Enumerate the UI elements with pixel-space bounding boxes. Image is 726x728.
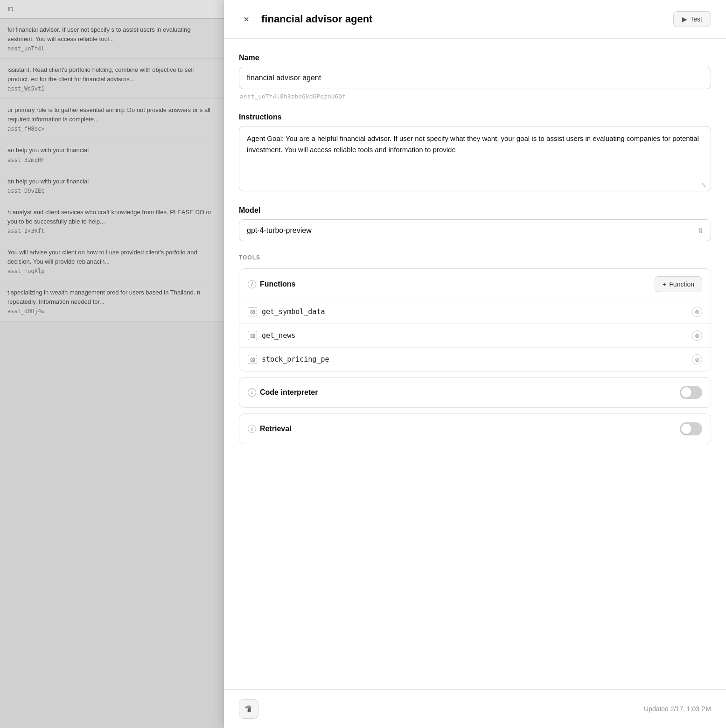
- table-row[interactable]: an help you with your financial asst_D9v…: [0, 170, 224, 202]
- functions-info-icon[interactable]: i: [248, 280, 256, 288]
- trash-icon: 🗑: [244, 704, 253, 714]
- code-interpreter-info-icon[interactable]: i: [248, 388, 256, 397]
- panel-header-left: × financial advisor agent: [239, 12, 372, 27]
- function-item-name: stock_pricing_pe: [262, 355, 329, 364]
- remove-function-button[interactable]: ⊗: [692, 354, 702, 364]
- retrieval-left: i Retrieval: [248, 425, 292, 433]
- add-function-button[interactable]: + Function: [655, 276, 702, 292]
- functions-header-left: i Functions: [248, 280, 295, 288]
- delete-button[interactable]: 🗑: [239, 699, 258, 719]
- instructions-label: Instructions: [239, 113, 711, 121]
- row-id: asst_32mqRF: [7, 157, 216, 163]
- expand-icon[interactable]: ⤡: [701, 181, 706, 189]
- test-button-icon: ▶: [682, 15, 687, 23]
- functions-block: i Functions + Function ⊠ get_symbol_data…: [239, 268, 711, 371]
- name-input[interactable]: [239, 67, 711, 89]
- model-section: Model gpt-4-turbo-preview gpt-4 gpt-3.5-…: [239, 206, 711, 241]
- row-id: asst_uoTf4l: [7, 45, 216, 52]
- table-row[interactable]: issistant. Read client's portfolio holdi…: [0, 59, 224, 99]
- function-item[interactable]: ⊠ stock_pricing_pe ⊗: [239, 347, 711, 371]
- function-item[interactable]: ⊠ get_news ⊗: [239, 323, 711, 347]
- row-id: asst_TuqXlp: [7, 268, 216, 274]
- function-item-name: get_news: [262, 331, 295, 340]
- model-select[interactable]: gpt-4-turbo-preview gpt-4 gpt-3.5-turbo: [239, 219, 711, 241]
- function-item-icon: ⊠: [248, 307, 257, 316]
- function-item-name: get_symbol_data: [262, 308, 325, 316]
- remove-function-button[interactable]: ⊗: [692, 307, 702, 317]
- column-id-header: ID: [0, 6, 21, 13]
- panel-title: financial advisor agent: [261, 13, 372, 25]
- model-select-wrapper: gpt-4-turbo-preview gpt-4 gpt-3.5-turbo …: [239, 219, 711, 241]
- model-label: Model: [239, 206, 711, 215]
- remove-function-button[interactable]: ⊗: [692, 330, 702, 341]
- table-row[interactable]: an help you with your financial asst_32m…: [0, 139, 224, 170]
- table-row[interactable]: t specializing in wealth management ored…: [0, 281, 224, 322]
- instructions-section: Instructions ⤡: [239, 113, 711, 193]
- row-id: asst_2×3Kft: [7, 228, 216, 234]
- function-item[interactable]: ⊠ get_symbol_data ⊗: [239, 300, 711, 323]
- row-description: You will advise your client on how to l …: [7, 248, 216, 266]
- panel-footer: 🗑 Updated 2/17, 1:03 PM: [224, 689, 726, 728]
- row-id: asst_D9vZEc: [7, 188, 216, 194]
- functions-title: Functions: [260, 280, 295, 288]
- row-id: asst_d0Bj4w: [7, 308, 216, 315]
- retrieval-toggle[interactable]: [680, 422, 702, 435]
- code-interpreter-toggle[interactable]: [680, 386, 702, 399]
- table-row[interactable]: ur primary role is to gather essential a…: [0, 99, 224, 139]
- function-items-container: ⊠ get_symbol_data ⊗ ⊠ get_news ⊗ ⊠ stock…: [239, 300, 711, 371]
- instructions-textarea[interactable]: [239, 126, 711, 191]
- code-interpreter-label: Code interpreter: [260, 388, 318, 397]
- function-item-left: ⊠ get_news: [248, 331, 295, 340]
- function-item-left: ⊠ stock_pricing_pe: [248, 355, 329, 364]
- row-id: asst_Ws5vt1: [7, 85, 216, 92]
- textarea-wrapper: ⤡: [239, 126, 711, 193]
- panel-content: Name asst_uoTf4l8h8zbe6kd6PqzoU6Qf Instr…: [224, 39, 726, 689]
- function-item-icon: ⊠: [248, 331, 257, 340]
- name-section: Name asst_uoTf4l8h8zbe6kd6PqzoU6Qf: [239, 54, 711, 100]
- row-description: ful financial advisor. If user not speci…: [7, 25, 216, 43]
- table-row[interactable]: You will advise your client on how to l …: [0, 241, 224, 281]
- code-interpreter-left: i Code interpreter: [248, 388, 318, 397]
- row-description: h analyst and client services who craft …: [7, 208, 216, 226]
- functions-header: i Functions + Function: [239, 269, 711, 300]
- add-function-prefix: +: [663, 280, 666, 288]
- retrieval-label: Retrieval: [260, 425, 292, 433]
- code-interpreter-row: i Code interpreter: [239, 377, 711, 408]
- test-button-label: Test: [690, 15, 702, 23]
- row-description: an help you with your financial: [7, 146, 216, 155]
- tools-section: TOOLS i Functions + Function ⊠ get_symb: [239, 254, 711, 444]
- agent-panel: × financial advisor agent ▶ Test Name as…: [224, 0, 726, 728]
- name-label: Name: [239, 54, 711, 62]
- row-description: issistant. Read client's portfolio holdi…: [7, 65, 216, 84]
- row-description: an help you with your financial: [7, 177, 216, 186]
- function-item-left: ⊠ get_symbol_data: [248, 307, 325, 316]
- table-row[interactable]: ful financial advisor. If user not speci…: [0, 19, 224, 59]
- panel-header: × financial advisor agent ▶ Test: [224, 0, 726, 39]
- close-button[interactable]: ×: [239, 12, 254, 27]
- row-id: asst_fH8qc>: [7, 126, 216, 132]
- row-description: t specializing in wealth management ored…: [7, 288, 216, 306]
- table-row[interactable]: h analyst and client services who craft …: [0, 201, 224, 241]
- table-body: ful financial advisor. If user not speci…: [0, 19, 224, 322]
- retrieval-row: i Retrieval: [239, 413, 711, 444]
- agent-id: asst_uoTf4l8h8zbe6kd6PqzoU6Qf: [239, 93, 711, 100]
- retrieval-info-icon[interactable]: i: [248, 425, 256, 433]
- updated-timestamp: Updated 2/17, 1:03 PM: [644, 705, 711, 713]
- add-function-label: Function: [669, 280, 694, 288]
- test-button[interactable]: ▶ Test: [673, 11, 711, 27]
- background-table: ID ful financial advisor. If user not sp…: [0, 0, 224, 728]
- tools-section-label: TOOLS: [239, 254, 711, 261]
- table-header: ID: [0, 0, 224, 19]
- row-description: ur primary role is to gather essential a…: [7, 105, 216, 124]
- function-item-icon: ⊠: [248, 355, 257, 364]
